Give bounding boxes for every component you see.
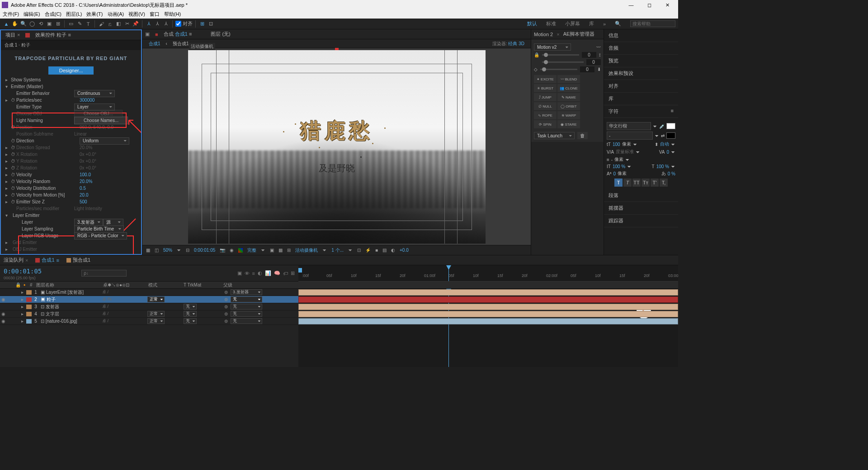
menu-view[interactable]: 视图(V)	[128, 11, 145, 18]
swap-icon[interactable]: ⇄	[661, 133, 665, 138]
parent-dropdown[interactable]: 无	[231, 311, 262, 317]
btn-blend[interactable]: 〰 BLEND	[557, 75, 580, 83]
faux-italic-button[interactable]: T	[623, 179, 632, 187]
slider-2[interactable]	[542, 61, 584, 63]
minimize-button[interactable]: —	[622, 2, 640, 8]
mesh2-icon[interactable]: ⊡	[207, 20, 214, 28]
pan-behind-tool-icon[interactable]: ⊞	[54, 20, 61, 28]
in-point-marker[interactable]	[298, 268, 302, 273]
menu-help[interactable]: 帮助(H)	[164, 11, 181, 18]
leading-value[interactable]: 自动	[660, 141, 669, 147]
axis-local-icon[interactable]: ⅄	[145, 20, 152, 28]
pen-tool-icon[interactable]: ✎	[76, 20, 83, 28]
pickwhip-icon[interactable]: ⊚	[224, 311, 231, 316]
velocity-value[interactable]: 100.0	[80, 172, 91, 177]
flowchart-icon[interactable]: ▤	[382, 248, 387, 253]
clone-tool-icon[interactable]: ⎌	[106, 20, 113, 28]
btn-rope[interactable]: ∿ ROPE	[534, 111, 557, 119]
workspace-more-icon[interactable]: »	[603, 21, 606, 27]
timeline-icon[interactable]: ■	[375, 248, 378, 253]
expand-icon[interactable]: ▸	[19, 311, 25, 316]
le-layer-dropdown[interactable]: 3.发射器	[74, 219, 103, 226]
canvas[interactable]: 猎鹿愁 及是野晓	[188, 50, 486, 244]
maximize-button[interactable]: ◻	[640, 2, 658, 8]
breadcrumb-precomp[interactable]: 预合成1	[173, 41, 189, 47]
trkmat-dropdown[interactable]: 无	[184, 311, 197, 317]
graph-icon[interactable]: ⬇	[597, 67, 601, 72]
faux-bold-button[interactable]: T	[614, 179, 623, 187]
layer-row[interactable]: ◉▸2▣ 粒子卓 /fx正常⊚无	[0, 296, 298, 303]
vmot-value[interactable]: 20.0	[80, 193, 88, 197]
selection-tool-icon[interactable]: ▲	[3, 20, 10, 28]
exposure-value[interactable]: +0.0	[400, 248, 409, 253]
layer-name[interactable]: ⊡ [nature-016.jpg]	[39, 319, 102, 324]
expand-icon[interactable]: ▸	[19, 297, 25, 302]
panel-wiggler[interactable]: 摇摆器	[604, 202, 678, 215]
pickwhip-icon[interactable]: ⊚	[224, 319, 231, 324]
split-icon[interactable]: ⊟	[186, 248, 189, 253]
tab-script[interactable]: AE脚本管理器	[563, 31, 595, 38]
camera-tool-icon[interactable]: ▣	[46, 20, 53, 28]
panel-presets[interactable]: 效果和预设	[604, 67, 678, 80]
menu-file[interactable]: 文件(F)	[3, 11, 19, 18]
parent-dropdown[interactable]: 无	[231, 296, 262, 302]
channel-icon[interactable]: ◉	[230, 248, 234, 253]
renderer-value[interactable]: 经典 3D	[508, 41, 524, 46]
layer-bar[interactable]	[298, 296, 678, 303]
roto-tool-icon[interactable]: ✂	[123, 20, 131, 28]
workspace-small[interactable]: 小屏幕	[565, 20, 580, 27]
expand-icon[interactable]: ▸	[5, 240, 11, 245]
track-area[interactable]: 🦌	[298, 289, 678, 367]
expand-icon[interactable]: ▸	[5, 98, 11, 103]
brain-icon[interactable]: 🧠	[274, 270, 280, 276]
graph-editor-icon[interactable]: 📊	[265, 270, 271, 276]
designer-button[interactable]: Designer...	[48, 66, 94, 75]
orbit-tool-icon[interactable]: ◯	[28, 20, 36, 28]
vdist-value[interactable]: 0.5	[80, 186, 86, 191]
timeline-search[interactable]	[81, 270, 127, 277]
mask-icon[interactable]: ◫	[155, 248, 159, 253]
vscale-value[interactable]: 100 %	[613, 164, 625, 169]
stopwatch-icon[interactable]: ⏱	[11, 98, 16, 103]
baseline-value[interactable]: 0	[613, 171, 616, 176]
layer-name[interactable]: ▣ LayerEmit [发射器]	[39, 289, 102, 296]
expand-icon[interactable]: ▸	[19, 304, 25, 309]
axis-world-icon[interactable]: ⅄	[154, 20, 161, 28]
panel-paragraph[interactable]: 段落	[604, 189, 678, 202]
tab-motion[interactable]: Motion 2	[534, 32, 553, 37]
layer-switches[interactable]: 卓 /	[102, 311, 147, 317]
workspace-default[interactable]: 默认	[527, 20, 537, 27]
value-2[interactable]: 0	[586, 59, 601, 65]
composition-mini-icon[interactable]: ▣	[237, 270, 242, 276]
blend-mode-dropdown[interactable]: 正常	[147, 318, 165, 324]
expand-icon[interactable]: ▾	[5, 84, 11, 89]
btn-jump[interactable]: ⤴ JUMP	[534, 93, 557, 101]
direction-dropdown[interactable]: Uniform	[80, 137, 129, 145]
visibility-icon[interactable]: ◉	[0, 311, 6, 316]
switch-icon[interactable]: ⊞	[291, 270, 295, 276]
frame-blend-icon[interactable]: ≡	[252, 271, 255, 276]
panel-character[interactable]: 字符≡	[604, 105, 678, 118]
subscript-button[interactable]: T,	[660, 179, 668, 187]
allcaps-button[interactable]: TT	[632, 179, 641, 187]
expand-icon[interactable]: ▸	[19, 319, 25, 324]
slider-1[interactable]	[542, 54, 579, 56]
expand-icon[interactable]: ▸	[19, 290, 25, 295]
pps-value[interactable]: 300000	[80, 98, 94, 103]
rotate-tool-icon[interactable]: ⟲	[37, 20, 44, 28]
fast-preview-icon[interactable]: ⚡	[365, 248, 371, 253]
menu-composition[interactable]: 合成(C)	[45, 11, 61, 18]
guides-icon[interactable]: ⊞	[287, 248, 291, 253]
search-icon[interactable]: 🔍	[615, 21, 621, 27]
le-src-dropdown[interactable]: 源	[103, 219, 123, 226]
parent-dropdown[interactable]: 无	[231, 318, 262, 324]
pickwhip-icon[interactable]: ⊚	[224, 297, 231, 302]
tab-timeline-precomp[interactable]: 预合成1	[66, 257, 90, 263]
parent-dropdown[interactable]: 3.发射器	[231, 289, 262, 295]
channels-icon[interactable]	[238, 248, 243, 253]
shy-icon[interactable]: 👁	[245, 271, 250, 276]
parent-dropdown[interactable]: 无	[231, 304, 262, 310]
motion-ver-dropdown[interactable]: Motion v2	[534, 43, 571, 51]
btn-name[interactable]: ✎ NAME	[557, 93, 580, 101]
blend-mode-dropdown[interactable]: 正常	[147, 311, 165, 317]
